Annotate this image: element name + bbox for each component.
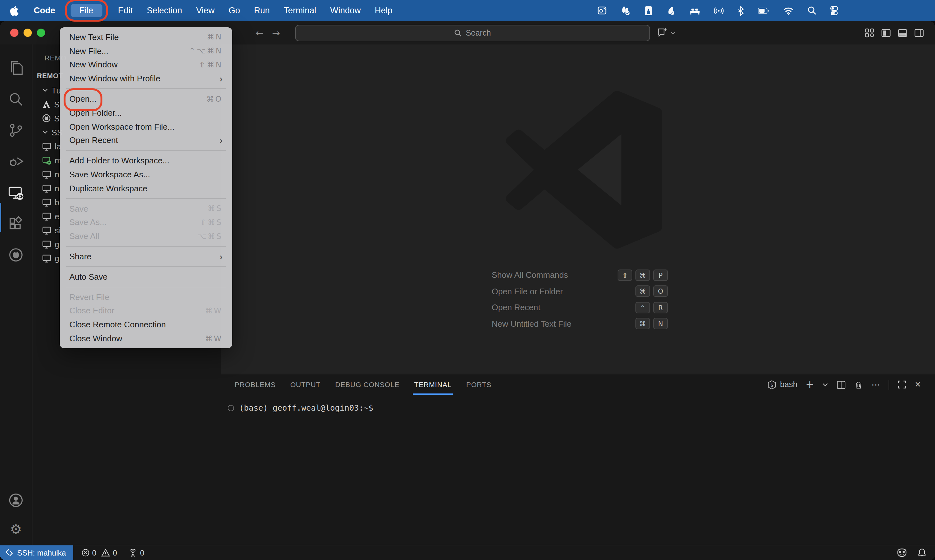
menu-item-go[interactable]: Go <box>222 6 247 15</box>
monitor-icon <box>42 197 51 207</box>
ports-status[interactable]: 0 <box>128 548 144 557</box>
terminal-content[interactable]: (base) geoff.weal@login03:~$ <box>221 395 935 412</box>
command-center-search[interactable]: Search <box>295 25 650 41</box>
metronome-app-icon[interactable] <box>644 5 653 15</box>
problems-status[interactable]: 0 0 <box>81 548 117 557</box>
source-control-icon[interactable] <box>8 123 23 138</box>
submenu-chevron-icon: › <box>219 252 223 261</box>
apple-menu-icon[interactable] <box>10 5 19 15</box>
terminal-shell-selector[interactable]: $ bash <box>767 380 797 389</box>
keycap-o: O <box>653 286 668 297</box>
menu-item-open[interactable]: Open...⌘O <box>60 92 232 106</box>
extensions-icon[interactable] <box>8 216 23 231</box>
menu-item-new-file[interactable]: New File...⌃⌥⌘N <box>60 44 232 58</box>
github-view-icon[interactable] <box>8 247 23 263</box>
status-bar: SSH: mahuika 0 0 0 <box>0 545 935 560</box>
copilot-chat-button[interactable] <box>656 21 676 45</box>
menu-item-open-workspace-from-file[interactable]: Open Workspace from File... <box>60 120 232 134</box>
menu-item-help[interactable]: Help <box>368 6 400 15</box>
navigate-back-icon[interactable]: ← <box>256 27 264 38</box>
menu-item-share[interactable]: Share› <box>60 249 232 263</box>
menu-item-view[interactable]: View <box>189 6 222 15</box>
menu-item-auto-save[interactable]: Auto Save <box>60 270 232 284</box>
tab-terminal[interactable]: TERMINAL <box>414 374 452 395</box>
toggle-primary-sidebar-icon[interactable] <box>881 28 891 38</box>
bed-app-icon[interactable] <box>690 6 700 15</box>
camera-app-icon[interactable] <box>597 6 608 15</box>
menu-separator <box>66 266 226 267</box>
menu-item-open-folder[interactable]: Open Folder... <box>60 106 232 120</box>
zoom-window-button[interactable] <box>37 29 45 37</box>
customize-layout-icon[interactable] <box>864 28 875 38</box>
menu-item-edit[interactable]: Edit <box>111 6 140 15</box>
chevron-down-icon <box>670 31 676 35</box>
tab-ports[interactable]: PORTS <box>466 374 491 395</box>
bottom-panel: PROBLEMS OUTPUT DEBUG CONSOLE TERMINAL P… <box>221 374 935 545</box>
search-view-icon[interactable] <box>8 92 23 107</box>
search-icon <box>454 29 462 37</box>
notifications-bell-icon[interactable] <box>917 548 927 557</box>
menu-item-close-remote-connection[interactable]: Close Remote Connection <box>60 318 232 332</box>
copilot-status-icon[interactable] <box>896 548 908 557</box>
airdrop-icon[interactable] <box>714 5 724 15</box>
warnings-count: 0 <box>113 548 117 557</box>
menu-item-new-window[interactable]: New Window⇧⌘N <box>60 58 232 72</box>
shield-check-icon[interactable] <box>621 5 631 15</box>
submenu-chevron-icon: › <box>219 136 223 145</box>
tab-output[interactable]: OUTPUT <box>290 374 321 395</box>
accounts-icon[interactable] <box>8 492 23 508</box>
keycap-r: R <box>653 302 668 313</box>
hint-open-file-or-folder: Open File or Folder ⌘ O <box>492 283 668 299</box>
menu-item-new-text-file[interactable]: New Text File⌘N <box>60 30 232 44</box>
tab-debug-console[interactable]: DEBUG CONSOLE <box>335 374 400 395</box>
submenu-chevron-icon: › <box>219 74 223 84</box>
remote-label: SSH: mahuika <box>17 548 66 557</box>
close-panel-icon[interactable]: ✕ <box>915 380 921 389</box>
navigate-forward-icon[interactable]: → <box>272 27 280 38</box>
more-actions-icon[interactable]: ⋯ <box>872 380 880 389</box>
new-terminal-icon[interactable]: + <box>805 380 814 389</box>
remote-indicator[interactable]: SSH: mahuika <box>0 545 73 560</box>
menu-item-run[interactable]: Run <box>247 6 277 15</box>
menu-app-name[interactable]: Code <box>27 6 62 15</box>
menu-item-new-window-with-profile[interactable]: New Window with Profile› <box>60 72 232 86</box>
settings-gear-icon[interactable]: ⚙ <box>10 523 22 537</box>
keycap-cmd: ⌘ <box>636 318 650 329</box>
menu-item-window[interactable]: Window <box>323 6 368 15</box>
spotlight-search-icon[interactable] <box>807 6 817 15</box>
editor-area: Show All Commands ⇧ ⌘ P Open File or Fol… <box>221 45 935 374</box>
file-menu-dropdown: New Text File⌘N New File...⌃⌥⌘N New Wind… <box>60 27 232 349</box>
kill-terminal-icon[interactable] <box>854 380 863 389</box>
menu-item-close-window[interactable]: Close Window⌘W <box>60 331 232 345</box>
menubar-status-icons <box>597 0 838 21</box>
bluetooth-icon[interactable] <box>737 5 744 15</box>
control-center-icon[interactable] <box>830 5 838 15</box>
svg-text:$: $ <box>771 382 773 388</box>
search-placeholder: Search <box>466 28 491 37</box>
menu-item-terminal[interactable]: Terminal <box>277 6 323 15</box>
remote-explorer-icon[interactable] <box>8 185 23 200</box>
split-terminal-icon[interactable] <box>836 380 846 389</box>
battery-icon[interactable] <box>758 6 770 15</box>
monitor-icon <box>42 239 51 249</box>
maximize-panel-icon[interactable] <box>898 380 906 389</box>
sidebar-section-header[interactable]: REMOT <box>37 72 63 80</box>
menu-item-selection[interactable]: Selection <box>140 6 189 15</box>
terminal-dropdown-icon[interactable] <box>822 382 828 387</box>
leaf-app-icon[interactable] <box>666 5 676 15</box>
run-and-debug-icon[interactable] <box>8 154 23 169</box>
menu-item-duplicate-workspace[interactable]: Duplicate Workspace <box>60 182 232 195</box>
toggle-panel-icon[interactable] <box>898 28 908 38</box>
menu-item-file[interactable]: File <box>71 4 102 17</box>
explorer-icon[interactable] <box>8 60 23 75</box>
close-window-button[interactable] <box>10 29 19 37</box>
menu-item-add-folder-to-workspace[interactable]: Add Folder to Workspace... <box>60 154 232 168</box>
monitor-connected-icon <box>42 155 51 165</box>
wifi-icon[interactable] <box>783 6 794 15</box>
menu-item-save-workspace-as[interactable]: Save Workspace As... <box>60 168 232 182</box>
terminal-controls: $ bash + ⋯ ✕ <box>767 374 935 395</box>
minimize-window-button[interactable] <box>23 29 32 37</box>
tab-problems[interactable]: PROBLEMS <box>235 374 276 395</box>
toggle-secondary-sidebar-icon[interactable] <box>914 28 924 38</box>
menu-item-open-recent[interactable]: Open Recent› <box>60 134 232 148</box>
